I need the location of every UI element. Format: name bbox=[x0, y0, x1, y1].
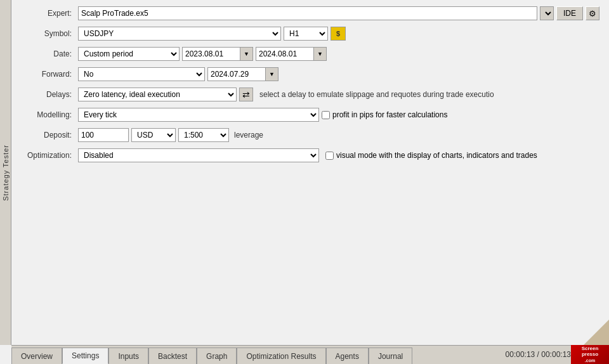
tab-settings[interactable]: Settings bbox=[62, 348, 108, 364]
date-controls: Custom period ▼ ▼ bbox=[78, 47, 599, 61]
date-from-input[interactable] bbox=[183, 48, 240, 60]
forward-date-input[interactable] bbox=[208, 68, 265, 81]
modelling-select[interactable]: Every tick bbox=[78, 108, 319, 122]
delays-controls: Zero latency, ideal execution ⇄ select a… bbox=[78, 88, 599, 101]
delays-label: Delays: bbox=[21, 90, 78, 99]
profit-pips-checkbox[interactable] bbox=[322, 111, 330, 119]
corner-fold bbox=[584, 320, 609, 345]
currency-select[interactable]: USD bbox=[131, 128, 176, 142]
modelling-row: Modelling: Every tick profit in pips for… bbox=[21, 108, 599, 122]
expert-label: Expert: bbox=[21, 9, 78, 18]
date-label: Date: bbox=[21, 49, 78, 58]
date-from-calendar-button[interactable]: ▼ bbox=[240, 48, 252, 60]
side-label-text: Strategy Tester bbox=[2, 145, 10, 201]
main-container: Strategy Tester Expert: ▼ IDE ⚙ bbox=[0, 0, 609, 364]
date-to-calendar-button[interactable]: ▼ bbox=[313, 48, 326, 60]
visual-mode-checkbox[interactable] bbox=[325, 152, 334, 160]
delays-select[interactable]: Zero latency, ideal execution bbox=[78, 88, 237, 101]
forward-controls: No ▼ bbox=[78, 67, 599, 81]
visual-mode-label: visual mode with the display of charts, … bbox=[336, 151, 537, 160]
forward-row: Forward: No ▼ bbox=[21, 67, 599, 81]
tab-overview[interactable]: Overview bbox=[11, 348, 62, 364]
gear-icon: ⚙ bbox=[589, 9, 596, 18]
date-to-group: ▼ bbox=[256, 47, 327, 61]
symbol-label: Symbol: bbox=[21, 29, 78, 38]
expert-row: Expert: ▼ IDE ⚙ bbox=[21, 6, 599, 20]
optimization-label: Optimization: bbox=[21, 151, 78, 160]
content-area: Expert: ▼ IDE ⚙ Symbol: USDJPY bbox=[11, 0, 609, 364]
timeframe-select[interactable]: H1 bbox=[284, 27, 328, 41]
date-period-select[interactable]: Custom period bbox=[78, 47, 180, 61]
profit-pips-label: profit in pips for faster calculations bbox=[332, 110, 447, 119]
transfer-icon: ⇄ bbox=[242, 89, 250, 100]
leverage-label: leverage bbox=[234, 131, 263, 140]
profit-pips-group: profit in pips for faster calculations bbox=[322, 110, 447, 119]
symbol-select[interactable]: USDJPY bbox=[78, 27, 281, 41]
visual-mode-group: visual mode with the display of charts, … bbox=[325, 151, 537, 160]
transfer-button[interactable]: ⇄ bbox=[239, 88, 253, 101]
deposit-input[interactable] bbox=[78, 128, 129, 142]
modelling-label: Modelling: bbox=[21, 110, 78, 119]
tab-bar: Overview Settings Inputs Backtest Graph … bbox=[11, 345, 609, 364]
form-area: Expert: ▼ IDE ⚙ Symbol: USDJPY bbox=[11, 0, 609, 345]
optimization-select[interactable]: Disabled bbox=[78, 148, 319, 162]
forward-select[interactable]: No bbox=[78, 67, 205, 81]
ide-button[interactable]: IDE bbox=[556, 6, 583, 20]
status-timer: 00:00:13 / 00:00:13 bbox=[506, 350, 571, 359]
deposit-label: Deposit: bbox=[21, 131, 78, 140]
optimization-controls: Disabled visual mode with the display of… bbox=[78, 148, 599, 162]
tab-optimization-results[interactable]: Optimization Results bbox=[237, 348, 325, 364]
symbol-row: Symbol: USDJPY H1 $ bbox=[21, 27, 599, 41]
forward-label: Forward: bbox=[21, 70, 78, 79]
date-to-input[interactable] bbox=[256, 48, 313, 60]
deposit-controls: USD 1:500 leverage bbox=[78, 128, 599, 142]
screenpresso-badge: Screenpresso.com bbox=[571, 345, 609, 364]
tab-agents[interactable]: Agents bbox=[326, 348, 369, 364]
tab-backtest[interactable]: Backtest bbox=[148, 348, 197, 364]
dollar-button[interactable]: $ bbox=[331, 27, 346, 41]
gear-button[interactable]: ⚙ bbox=[586, 6, 599, 20]
deposit-row: Deposit: USD 1:500 leverage bbox=[21, 128, 599, 142]
tab-graph[interactable]: Graph bbox=[197, 348, 237, 364]
modelling-controls: Every tick profit in pips for faster cal… bbox=[78, 108, 599, 122]
screenpresso-text: Screenpresso.com bbox=[582, 346, 599, 364]
expert-dropdown[interactable]: ▼ bbox=[540, 6, 554, 20]
tab-journal[interactable]: Journal bbox=[369, 348, 412, 364]
optimization-row: Optimization: Disabled visual mode with … bbox=[21, 148, 599, 162]
tab-inputs[interactable]: Inputs bbox=[108, 348, 148, 364]
side-label: Strategy Tester bbox=[0, 0, 11, 345]
expert-controls: ▼ IDE ⚙ bbox=[78, 6, 599, 20]
date-from-group: ▼ bbox=[182, 47, 253, 61]
forward-date-group: ▼ bbox=[207, 67, 278, 81]
expert-input[interactable] bbox=[78, 6, 537, 20]
date-row: Date: Custom period ▼ ▼ bbox=[21, 47, 599, 61]
delays-row: Delays: Zero latency, ideal execution ⇄ … bbox=[21, 88, 599, 101]
dollar-icon: $ bbox=[336, 30, 340, 37]
delays-info: select a delay to emulate slippage and r… bbox=[259, 90, 599, 99]
symbol-controls: USDJPY H1 $ bbox=[78, 27, 599, 41]
leverage-select[interactable]: 1:500 bbox=[178, 128, 229, 142]
forward-date-calendar-button[interactable]: ▼ bbox=[265, 68, 278, 81]
